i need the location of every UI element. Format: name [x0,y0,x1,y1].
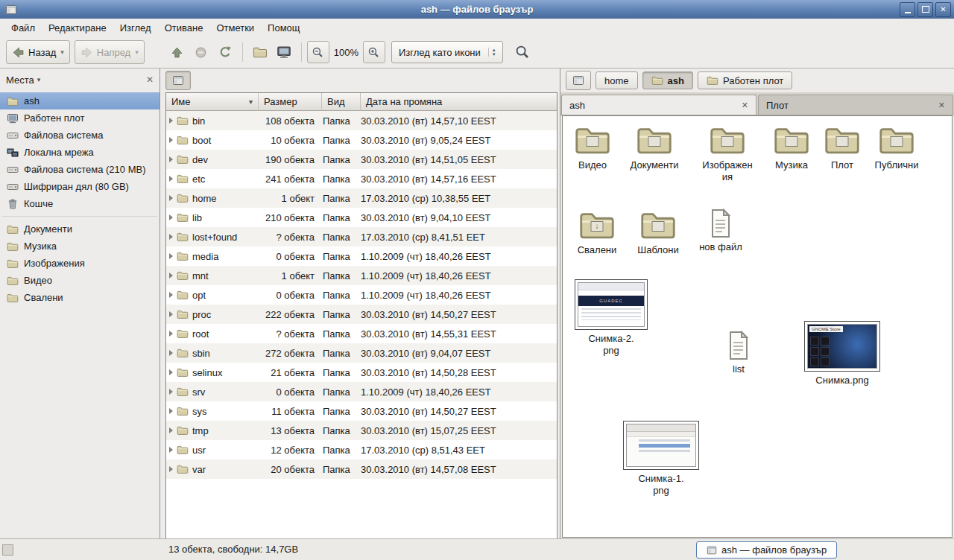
menu-item[interactable]: Редактиране [42,20,113,36]
icon-view-item[interactable]: Публични [867,124,926,171]
column-header[interactable]: Дата на промяна [361,93,557,111]
expander-icon[interactable] [169,273,173,279]
minimize-button[interactable] [900,2,915,17]
sidebar-title[interactable]: Места [6,74,34,86]
menu-item[interactable]: Файл [4,20,42,36]
table-row[interactable]: etc241 обектаПапка30.03.2010 (вт) 14,57,… [166,169,557,188]
icon-view-item[interactable]: Документи [625,124,684,171]
expander-icon[interactable] [169,311,173,317]
expander-icon[interactable] [169,292,173,298]
stop-button[interactable] [189,40,213,64]
view-mode-select[interactable]: Изглед като икони ▲▼ [391,41,503,63]
table-row[interactable]: bin108 обектаПапка30.03.2010 (вт) 14,57,… [166,111,557,130]
home-button[interactable] [248,40,272,64]
expander-icon[interactable] [169,331,173,337]
table-row[interactable]: media0 обектаПапка1.10.2009 (чт) 18,40,2… [166,246,557,266]
table-row[interactable]: lib210 обектаПапка30.03.2010 (вт) 9,04,1… [166,208,557,227]
icon-view-item[interactable]: Видео [563,124,622,171]
expander-icon[interactable] [169,447,173,453]
icon-view-item[interactable]: Плот [812,124,872,171]
table-row[interactable]: dev190 обектаПапка30.03.2010 (вт) 14,51,… [166,150,557,169]
expander-icon[interactable] [169,350,173,356]
sidebar-item[interactable]: ash [0,92,159,109]
table-row[interactable]: tmp13 обектаПапка30.03.2010 (вт) 15,07,2… [166,421,557,440]
table-row[interactable]: var20 обектаПапка30.03.2010 (вт) 14,57,0… [166,459,557,479]
forward-button[interactable]: Напред ▾ [75,40,145,64]
expander-icon[interactable] [169,118,173,124]
reload-button[interactable] [213,40,237,64]
zoom-out-button[interactable] [307,41,329,63]
expander-icon[interactable] [169,253,173,259]
sidebar-item[interactable]: Кошче [0,195,159,212]
table-row[interactable]: srv0 обектаПапка1.10.2009 (чт) 18,40,26 … [166,382,557,401]
expander-icon[interactable] [169,195,173,201]
expander-icon[interactable] [169,234,173,240]
icon-view-item[interactable]: нов файл [691,209,751,253]
column-header[interactable]: Вид [322,93,361,111]
tab-close-icon[interactable]: ✕ [938,101,945,110]
sidebar-item[interactable]: Музика [0,238,159,255]
column-header[interactable]: Размер [259,93,322,111]
path-button[interactable]: home [596,71,638,89]
titlebar[interactable]: ash — файлов браузър ✕ [0,0,954,19]
menu-item[interactable]: Изглед [113,20,158,36]
sidebar-item[interactable]: Локална мрежа [0,144,159,161]
sidebar-item[interactable]: Шифриран дял (80 GB) [0,178,159,195]
menu-item[interactable]: Помощ [261,20,306,36]
expander-icon[interactable] [169,137,173,143]
table-row[interactable]: opt0 обектаПапка1.10.2009 (чт) 18,40,26 … [166,285,557,305]
expander-icon[interactable] [169,214,173,220]
expander-icon[interactable] [169,176,173,182]
icon-view-item[interactable]: Шаблони [628,209,688,256]
icon-view-item[interactable]: Изображения [695,124,760,183]
expander-icon[interactable] [169,408,173,414]
sidebar-item[interactable]: Видео [0,272,159,289]
search-button[interactable] [511,40,534,64]
sidebar-item[interactable]: Документи [0,220,159,238]
maximize-button[interactable] [917,2,933,17]
computer-button[interactable] [272,40,296,64]
path-button[interactable]: ash [642,71,693,89]
table-row[interactable]: root? обектаПапка30.03.2010 (вт) 14,55,3… [166,324,557,343]
table-row[interactable]: usr12 обектаПапка17.03.2010 (ср) 8,51,43… [166,440,557,459]
menu-item[interactable]: Отметки [209,20,261,36]
sidebar-title-dropdown-icon[interactable]: ▾ [37,76,41,83]
expander-icon[interactable] [169,389,173,395]
taskbar-window-button[interactable]: ash — файлов браузър [696,541,837,559]
forward-dropdown-icon[interactable]: ▾ [135,48,139,56]
expander-icon[interactable] [169,156,173,162]
tab-close-icon[interactable]: ✕ [742,101,748,110]
table-row[interactable]: lost+found? обектаПапка17.03.2010 (ср) 8… [166,227,557,246]
path-root-button[interactable] [566,71,591,90]
path-button[interactable]: Работен плот [698,71,792,89]
sidebar-item[interactable]: Изображения [0,255,159,272]
tab[interactable]: ash✕ [561,95,756,115]
up-button[interactable] [165,40,189,64]
icon-view-item[interactable]: GUADECСнимка-2.png [572,279,650,357]
icon-view-item[interactable]: Снимка-1.png [622,421,700,497]
expander-icon[interactable] [169,427,173,433]
table-row[interactable]: proc222 обектаПапка30.03.2010 (вт) 14,50… [166,305,557,324]
menu-item[interactable]: Отиване [158,20,210,36]
root-location-button[interactable] [165,71,191,90]
expander-icon[interactable] [169,466,173,472]
tab[interactable]: Плот✕ [758,95,953,115]
close-button[interactable]: ✕ [935,2,951,17]
back-dropdown-icon[interactable]: ▾ [60,48,64,56]
table-row[interactable]: home1 обектПапка17.03.2010 (ср) 10,38,55… [166,188,557,208]
table-row[interactable]: selinux21 обектаПапка30.03.2010 (вт) 14,… [166,363,557,382]
table-row[interactable]: sbin272 обектаПапка30.03.2010 (вт) 9,04,… [166,343,557,363]
sidebar-close-icon[interactable]: ✕ [146,74,154,85]
icon-view[interactable]: ВидеоДокументиИзображенияМузикаПлотПубли… [562,115,953,538]
table-row[interactable]: sys11 обектаПапка30.03.2010 (вт) 14,50,2… [166,401,557,421]
sidebar-item[interactable]: Работен плот [0,109,159,127]
sidebar-item[interactable]: Свалени [0,289,159,306]
expander-icon[interactable] [169,369,173,375]
icon-view-item[interactable]: ↓Свалени [567,209,627,256]
icon-view-item[interactable]: GNOME StoreСнимка.png [803,321,881,386]
table-row[interactable]: mnt1 обектПапка1.10.2009 (чт) 18,40,26 E… [166,266,557,285]
back-button[interactable]: Назад ▾ [6,40,70,64]
sidebar-item[interactable]: Файлова система (210 MB) [0,161,159,178]
sidebar-item[interactable]: Файлова система [0,127,159,144]
table-row[interactable]: boot10 обектаПапка30.03.2010 (вт) 9,05,2… [166,130,557,150]
